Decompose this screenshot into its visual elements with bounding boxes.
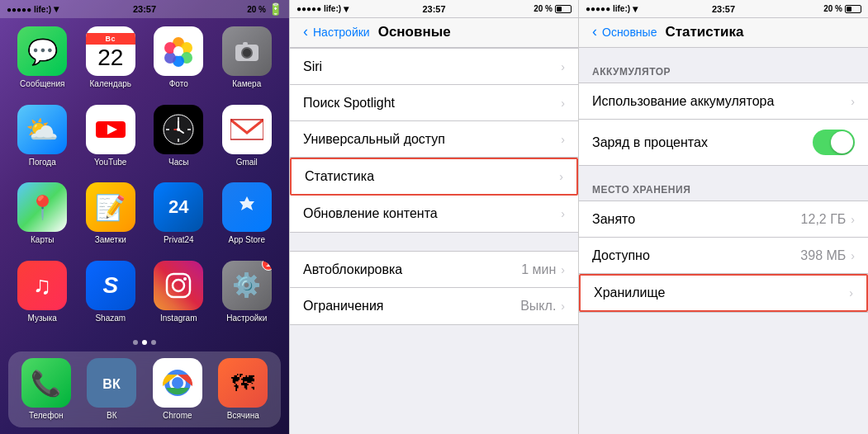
app-vsyachina[interactable]: 🗺 Всячина — [214, 358, 273, 421]
gmail-label: Gmail — [236, 158, 258, 167]
battery-info: 20 % 🔋 — [247, 2, 282, 16]
signal-info-2: ●●●●● life:) ▾ — [296, 3, 349, 15]
photos-icon-img — [154, 26, 203, 76]
settings-row-restrictions[interactable]: Ограничения Выкл. › — [290, 288, 578, 324]
camera-icon-img — [222, 26, 272, 76]
svg-point-32 — [172, 377, 183, 389]
storage-vault-chevron: › — [849, 286, 853, 300]
time-display-3: 23:57 — [712, 4, 735, 14]
app-clock[interactable]: Часы — [149, 105, 208, 173]
svg-point-23 — [177, 128, 180, 131]
app-music[interactable]: ♫ Музыка — [13, 261, 72, 329]
instagram-label: Instagram — [160, 314, 197, 323]
app-calendar[interactable]: Вс 22 Календарь — [82, 26, 140, 95]
battery-percent-toggle[interactable] — [813, 130, 855, 155]
youtube-label: YouTube — [94, 158, 126, 167]
notes-icon-img: 📝 — [86, 182, 135, 232]
chevron-icon-2: › — [561, 97, 565, 110]
home-screen: ●●●●● life:) ▾ 23:57 20 % 🔋 💬 Сообщения … — [0, 0, 289, 434]
app-chrome[interactable]: Chrome — [148, 358, 207, 421]
storage-free-label: Доступно — [592, 248, 650, 263]
clock-icon-img — [154, 105, 203, 154]
battery-toggle[interactable] — [813, 130, 855, 155]
app-vk[interactable]: ВК ВК — [83, 358, 142, 421]
app-appstore[interactable]: App Store — [218, 182, 277, 251]
calendar-day: 22 — [97, 45, 123, 69]
camera-label: Камера — [232, 79, 261, 89]
photos-svg — [162, 35, 195, 68]
back-arrow-icon-3[interactable]: ‹ — [592, 23, 597, 40]
restrictions-value: Выкл. › — [520, 299, 565, 314]
battery-icon-2 — [555, 5, 572, 13]
status-bar-settings: ●●●●● life:) ▾ 23:57 20 % — [290, 0, 578, 18]
settings-general-screen: ●●●●● life:) ▾ 23:57 20 % ‹ Настройки Ос… — [289, 0, 579, 434]
app-notes[interactable]: 📝 Заметки — [82, 182, 140, 251]
app-privat24[interactable]: 24 Privat24 — [149, 182, 208, 251]
battery-percent-2: 20 % — [534, 4, 553, 13]
weather-label: Погода — [29, 158, 56, 167]
shazam-label: Shazam — [95, 314, 126, 323]
dot-1 — [133, 340, 138, 345]
app-messages[interactable]: 💬 Сообщения — [13, 26, 72, 95]
app-maps[interactable]: 📍 Карты — [13, 182, 72, 251]
settings-list: Siri › Поиск Spotlight › Универсальный д… — [290, 48, 578, 434]
battery-percent-3: 20 % — [823, 4, 842, 13]
dock: 📞 Телефон ВК ВК — [8, 351, 281, 427]
svg-point-6 — [173, 46, 183, 56]
settings-row-content[interactable]: Обновление контента › — [290, 196, 578, 232]
settings-section-secondary: Автоблокировка 1 мин › Ограничения Выкл.… — [290, 251, 578, 325]
privat24-icon-img: 24 — [154, 182, 203, 232]
stats-nav: ‹ Основные Статистика — [579, 18, 868, 48]
carrier-text-2: ●●●●● life:) — [296, 4, 341, 13]
apps-grid: 💬 Сообщения Вс 22 Календарь — [0, 18, 289, 337]
siri-label: Siri — [303, 59, 322, 74]
battery-percent-row[interactable]: Заряд в процентах — [579, 120, 868, 165]
settings-row-access[interactable]: Универсальный доступ › — [290, 121, 578, 158]
time-display: 23:57 — [133, 4, 156, 14]
dot-3 — [151, 340, 156, 345]
app-photos[interactable]: Фото — [149, 26, 208, 95]
storage-used-row[interactable]: Занято 12,2 ГБ › — [579, 201, 868, 238]
stats-nav-title: Статистика — [665, 24, 743, 40]
back-arrow-icon[interactable]: ‹ — [303, 23, 308, 40]
vk-icon-img: ВК — [87, 358, 136, 408]
spotlight-label: Поиск Spotlight — [303, 96, 395, 111]
stats-chevron: › — [559, 170, 563, 183]
app-instagram[interactable]: Instagram — [149, 261, 208, 329]
settings-row-stats[interactable]: Статистика › — [290, 158, 578, 196]
battery-section: Использование аккумулятора › Заряд в про… — [579, 83, 868, 166]
spotlight-chevron: › — [561, 97, 565, 110]
storage-free-row[interactable]: Доступно 398 МБ › — [579, 238, 868, 274]
notes-label: Заметки — [95, 235, 126, 245]
app-camera[interactable]: Камера — [218, 26, 277, 95]
app-settings[interactable]: ⚙️ 1 Настройки — [218, 261, 277, 329]
nav-back-link[interactable]: Настройки — [313, 26, 370, 39]
chevron-icon-b1: › — [851, 95, 855, 108]
time-display-2: 23:57 — [422, 4, 445, 14]
app-weather[interactable]: ⛅ Погода — [13, 105, 72, 173]
calendar-icon-img: Вс 22 — [86, 26, 135, 76]
autolock-value: 1 мин › — [521, 262, 565, 277]
status-bar-stats: ●●●●● life:) ▾ 23:57 20 % — [579, 0, 868, 18]
settings-row-autolock[interactable]: Автоблокировка 1 мин › — [290, 252, 578, 288]
settings-row-spotlight[interactable]: Поиск Spotlight › — [290, 85, 578, 121]
storage-vault-row[interactable]: Хранилище › — [579, 274, 868, 312]
photos-label: Фото — [169, 79, 188, 89]
app-phone[interactable]: 📞 Телефон — [17, 358, 76, 421]
music-icon-img: ♫ — [17, 261, 67, 310]
battery-usage-row[interactable]: Использование аккумулятора › — [579, 83, 868, 120]
settings-badge: 1 — [262, 261, 272, 271]
stats-nav-back-link[interactable]: Основные — [602, 26, 657, 39]
statistics-screen: ●●●●● life:) ▾ 23:57 20 % ‹ Основные Ста… — [579, 0, 868, 434]
siri-chevron: › — [561, 60, 565, 73]
svg-text:ВК: ВК — [103, 377, 121, 391]
settings-section-main: Siri › Поиск Spotlight › Универсальный д… — [290, 48, 578, 233]
settings-row-siri[interactable]: Siri › — [290, 49, 578, 85]
app-gmail[interactable]: Gmail — [218, 105, 277, 173]
app-youtube[interactable]: YouTube — [82, 105, 140, 173]
battery-percent-label: Заряд в процентах — [592, 135, 708, 150]
app-shazam[interactable]: S Shazam — [82, 261, 140, 329]
chevron-icon-3: › — [561, 133, 565, 146]
phone-icon-img: 📞 — [21, 358, 71, 408]
messages-label: Сообщения — [20, 79, 64, 89]
